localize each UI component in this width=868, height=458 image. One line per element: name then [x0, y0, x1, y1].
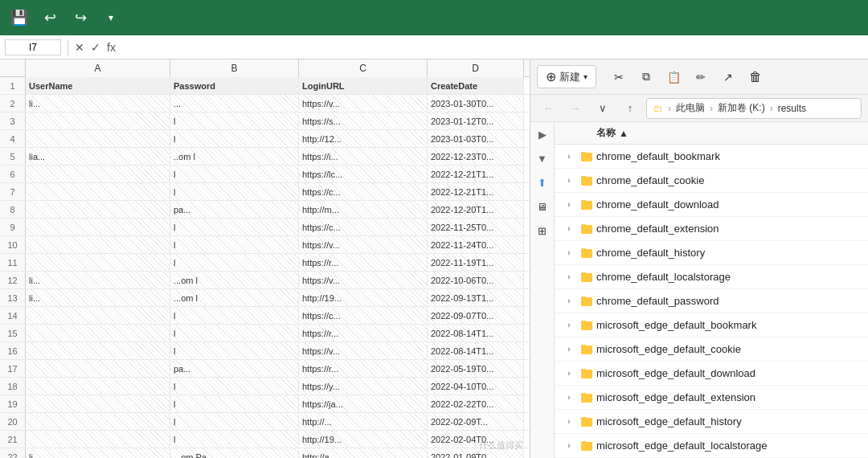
cell-b6[interactable]: l [170, 166, 299, 182]
expand-icon[interactable]: › [561, 317, 577, 333]
expand-tree-item[interactable]: ▶ [530, 122, 554, 146]
expand-icon[interactable]: › [561, 173, 577, 189]
cell-d21[interactable]: 2022-02-04T0... [428, 431, 524, 448]
cell-c7[interactable]: https://c... [299, 183, 428, 200]
expand-icon[interactable]: › [561, 341, 577, 358]
cell-d9[interactable]: 2022-11-25T0... [428, 219, 524, 235]
cell-b18[interactable]: l [170, 378, 299, 395]
expand-icon[interactable]: › [561, 293, 577, 309]
cell-c21[interactable]: http://19... [299, 431, 428, 448]
table-row[interactable]: 17pa...https://r...2022-05-19T0... [0, 360, 530, 378]
cell-c13[interactable]: http://19... [299, 289, 428, 306]
cell-c3[interactable]: https://s... [299, 112, 428, 129]
list-item[interactable]: › microsoft_edge_default_bookmark [555, 313, 868, 337]
cell-a17[interactable] [26, 360, 170, 377]
cell-c6[interactable]: https://lc... [299, 166, 428, 182]
rename-button[interactable]: ✏ [688, 64, 714, 90]
formula-input[interactable] [119, 39, 863, 55]
table-row[interactable]: 21lhttp://19...2022-02-04T0... [0, 431, 530, 448]
up-tree-item[interactable]: ⬆ [530, 170, 554, 194]
table-row[interactable]: 10lhttps://v...2022-11-24T0... [0, 236, 530, 254]
table-row[interactable]: 22li......om Pa...http://a...2022-01-09T… [0, 448, 530, 458]
cell-c19[interactable]: https://ja... [299, 395, 428, 412]
cell-a7[interactable] [26, 183, 170, 200]
cell-d1[interactable]: CreateDate [428, 77, 524, 94]
cell-a18[interactable] [26, 378, 170, 395]
cell-a5[interactable]: lia... [26, 148, 170, 165]
cell-d6[interactable]: 2022-12-21T1... [428, 166, 524, 182]
cell-a15[interactable] [26, 325, 170, 341]
cell-c16[interactable]: https://v... [299, 342, 428, 359]
cell-d11[interactable]: 2022-11-19T1... [428, 254, 524, 271]
list-item[interactable]: › chrome_default_download [555, 193, 868, 217]
cell-a10[interactable] [26, 236, 170, 253]
expand-icon[interactable]: › [561, 390, 577, 406]
cell-b15[interactable]: l [170, 325, 299, 341]
cell-d14[interactable]: 2022-09-07T0... [428, 307, 524, 324]
copy-button[interactable]: ⧉ [633, 64, 659, 90]
cell-b10[interactable]: l [170, 236, 299, 253]
cell-b19[interactable]: l [170, 395, 299, 412]
cell-c17[interactable]: https://r... [299, 360, 428, 377]
cell-b12[interactable]: ...om l [170, 272, 299, 288]
up-button[interactable]: ↑ [619, 97, 641, 120]
cell-b20[interactable]: l [170, 413, 299, 430]
cell-d22[interactable]: 2022-01-09T0... [428, 448, 524, 458]
forward-button[interactable]: → [564, 97, 587, 120]
table-row[interactable]: 2li......https://v...2023-01-30T0... [0, 95, 530, 112]
cell-d20[interactable]: 2022-02-09T... [428, 413, 524, 430]
cell-c12[interactable]: https://v... [299, 272, 428, 288]
customize-icon[interactable]: ▾ [98, 5, 124, 31]
cell-a8[interactable] [26, 201, 170, 218]
cell-d5[interactable]: 2022-12-23T0... [428, 148, 524, 165]
cell-b17[interactable]: pa... [170, 360, 299, 377]
confirm-formula-icon[interactable]: ✓ [91, 41, 100, 54]
name-col-header[interactable]: 名称 ▲ [596, 126, 837, 140]
cell-b11[interactable]: l [170, 254, 299, 271]
cell-d19[interactable]: 2022-02-22T0... [428, 395, 524, 412]
list-item[interactable]: › microsoft_edge_default_history [555, 410, 868, 434]
table-row[interactable]: 9lhttps://c...2022-11-25T0... [0, 219, 530, 236]
cell-d4[interactable]: 2023-01-03T0... [428, 130, 524, 147]
cell-c8[interactable]: http://m... [299, 201, 428, 218]
collapse-tree-item[interactable]: ▼ [530, 146, 554, 170]
cell-c9[interactable]: https://c... [299, 219, 428, 235]
cell-d3[interactable]: 2023-01-12T0... [428, 112, 524, 129]
cut-button[interactable]: ✂ [606, 64, 632, 90]
cell-b3[interactable]: l [170, 112, 299, 129]
expand-icon[interactable]: › [561, 245, 577, 261]
cell-b4[interactable]: l [170, 130, 299, 147]
cell-a19[interactable] [26, 395, 170, 412]
cell-b22[interactable]: ...om Pa... [170, 448, 299, 458]
cell-b21[interactable]: l [170, 431, 299, 448]
cell-d10[interactable]: 2022-11-24T0... [428, 236, 524, 253]
cell-c2[interactable]: https://v... [299, 95, 428, 112]
cell-a6[interactable] [26, 166, 170, 182]
expand-icon[interactable]: › [561, 197, 577, 213]
table-row[interactable]: 14lhttps://c...2022-09-07T0... [0, 307, 530, 325]
cell-a22[interactable]: li... [26, 448, 170, 458]
cell-a14[interactable] [26, 307, 170, 324]
cell-c22[interactable]: http://a... [299, 448, 428, 458]
col-header-c[interactable]: C [299, 59, 428, 77]
breadcrumb-pc[interactable]: 此电脑 [676, 101, 705, 115]
table-row[interactable]: 8pa...http://m...2022-12-20T1... [0, 201, 530, 219]
redo-icon[interactable]: ↪ [68, 5, 93, 31]
cell-d16[interactable]: 2022-08-14T1... [428, 342, 524, 359]
cell-a3[interactable] [26, 112, 170, 129]
cell-b14[interactable]: l [170, 307, 299, 324]
pc-tree-item[interactable]: 🖥 [530, 194, 554, 219]
cell-b7[interactable]: l [170, 183, 299, 200]
table-row[interactable]: 13li......om lhttp://19...2022-09-13T1..… [0, 289, 530, 307]
col-header-a[interactable]: A [26, 59, 170, 77]
cell-a4[interactable] [26, 130, 170, 147]
expand-icon[interactable]: › [561, 269, 577, 285]
cell-c15[interactable]: https://r... [299, 325, 428, 341]
expand-icon[interactable]: › [561, 149, 577, 165]
table-row[interactable]: 19lhttps://ja...2022-02-22T0... [0, 395, 530, 413]
breadcrumb-results[interactable]: results [778, 103, 806, 114]
cell-d12[interactable]: 2022-10-06T0... [428, 272, 524, 288]
cell-c10[interactable]: https://v... [299, 236, 428, 253]
cell-c11[interactable]: https://r... [299, 254, 428, 271]
cell-a16[interactable] [26, 342, 170, 359]
